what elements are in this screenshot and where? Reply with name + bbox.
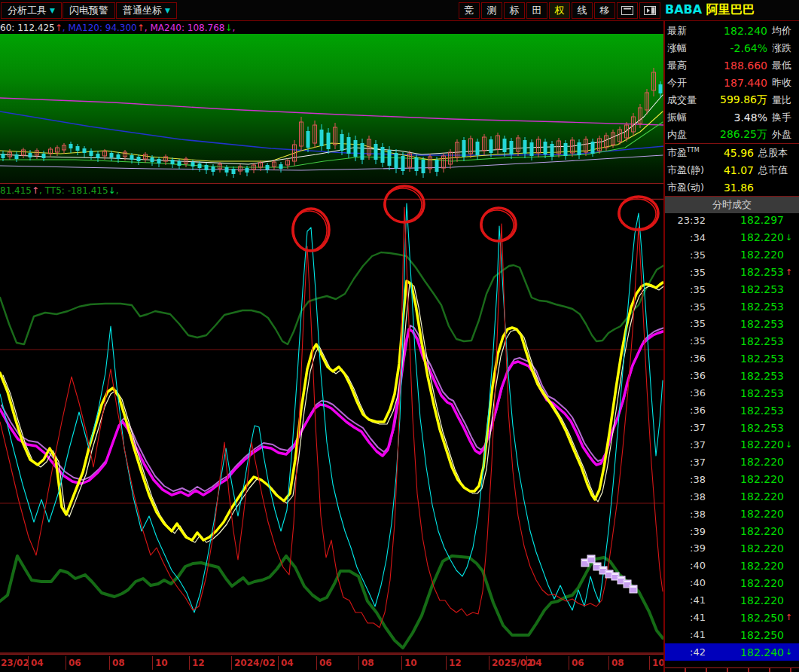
stock-symbol: BABA <box>665 2 702 17</box>
axis-tick-label: 04 <box>28 656 44 670</box>
chevron-down-icon: ▼ <box>50 7 55 14</box>
tape-row[interactable]: :35182.253 <box>665 281 799 298</box>
tool-button-田[interactable]: 田 <box>526 2 547 19</box>
tape-row[interactable]: 23:32182.297 <box>665 212 799 229</box>
strip-value: , TT5: -181.415 <box>39 185 108 196</box>
tape-time: :36 <box>665 405 706 416</box>
tape-time: :37 <box>665 457 706 468</box>
indicator-chart[interactable] <box>0 198 664 654</box>
tool-button-权[interactable]: 权 <box>549 2 570 19</box>
quote-label: 振幅 <box>665 111 710 124</box>
axis-tick-label: 04 <box>526 656 542 670</box>
tape-row[interactable]: :36182.253 <box>665 350 799 367</box>
up-arrow-icon: ↑ <box>32 185 39 196</box>
tape-time: :36 <box>665 353 706 364</box>
tape-time: :37 <box>665 422 706 433</box>
pe-row: 市盈TTM45.96总股本 <box>665 144 799 161</box>
tape-time: :38 <box>665 474 706 485</box>
tool-button-标[interactable]: 标 <box>504 2 525 19</box>
tool-button-竞[interactable]: 竞 <box>459 2 480 19</box>
tool-button-测[interactable]: 测 <box>481 2 502 19</box>
pe-label-sup: TTM <box>687 146 700 153</box>
tape-row[interactable]: :39182.220 <box>665 523 799 540</box>
candlestick-chart[interactable] <box>0 34 664 184</box>
quote-value: -2.64% <box>710 42 767 54</box>
quote-label: 最新 <box>665 24 710 38</box>
tape-price: 182.240 <box>706 646 784 658</box>
tape-time: :36 <box>665 370 706 381</box>
tape-row[interactable]: :37182.220↓ <box>665 436 799 454</box>
pe-label: 市盈(静) <box>665 163 715 177</box>
tape-time: 23:32 <box>665 215 706 226</box>
top-toolbar: 分析工具▼闪电预警普通坐标▼ 竞测标田权线移 BABA 阿里巴巴 <box>0 0 799 21</box>
tape-row[interactable]: :35182.220 <box>665 246 799 264</box>
tape-row[interactable]: :36182.253 <box>665 384 799 402</box>
tape-row[interactable]: :38182.220 <box>665 506 799 523</box>
up-arrow-icon: ↑ <box>784 612 799 622</box>
tape-time: :35 <box>665 284 706 295</box>
tool-button-线[interactable]: 线 <box>572 2 593 19</box>
tape-row[interactable]: :40182.220 <box>665 557 799 574</box>
tool-button-移[interactable]: 移 <box>594 2 615 19</box>
quote-value: 599.86万 <box>710 93 767 107</box>
tape-row[interactable]: :35182.253 <box>665 316 799 333</box>
strip-trailing: , <box>116 185 119 196</box>
tape-price: 182.220 <box>706 542 784 554</box>
tape-time: :34 <box>665 232 706 243</box>
tape-row[interactable]: :35182.253 <box>665 298 799 316</box>
tape-header[interactable]: 分时成交 <box>665 196 799 213</box>
tape-row[interactable]: :36182.253 <box>665 402 799 419</box>
tape-price: 182.253 <box>706 335 784 347</box>
axis-tick-label: 08 <box>358 656 374 670</box>
tape-row[interactable]: :41182.250 <box>665 626 799 643</box>
tape-row[interactable]: :37182.253 <box>665 419 799 436</box>
tape-price: 182.220 <box>706 490 784 502</box>
tape-row[interactable]: :35182.253↑ <box>665 264 799 281</box>
panel-baseline-ticks <box>665 667 799 672</box>
tape-row[interactable]: :42182.240↓ <box>665 643 799 661</box>
tape-row[interactable]: :38182.220 <box>665 488 799 506</box>
quote-label: 今开 <box>665 76 710 90</box>
tape-row[interactable]: :37182.220 <box>665 454 799 471</box>
tape-row[interactable]: :41182.220 <box>665 591 799 609</box>
tape-price: 182.220 <box>706 560 784 572</box>
expand-panel-icon[interactable] <box>639 2 660 19</box>
tape-time: :35 <box>665 267 706 278</box>
pe-value: 45.96 <box>715 147 754 159</box>
up-arrow-icon: ↑ <box>137 23 145 33</box>
tape-row[interactable]: :36182.253 <box>665 367 799 384</box>
chevron-down-icon: ▼ <box>165 7 170 14</box>
up-arrow-icon: ↑ <box>784 267 799 277</box>
menu-2[interactable]: 闪电预警 <box>63 2 115 19</box>
tape-row[interactable]: :35182.253 <box>665 332 799 350</box>
pe-value: 31.86 <box>715 182 754 194</box>
trading-terminal: 分析工具▼闪电预警普通坐标▼ 竞测标田权线移 BABA 阿里巴巴 60: 112… <box>0 0 799 672</box>
tape-time: :39 <box>665 526 706 537</box>
quote-panel: 最新182.240均价涨幅-2.64%涨跌最高188.660最低今开187.44… <box>665 22 799 672</box>
dock-top-icon[interactable] <box>617 2 638 19</box>
quote-row: 成交量599.86万量比 <box>665 91 799 108</box>
up-arrow-icon: ↑ <box>55 23 63 33</box>
down-arrow-icon: ↓ <box>108 185 116 196</box>
tape-time: :37 <box>665 439 706 451</box>
tape-price: 182.250 <box>706 629 784 641</box>
tape-row[interactable]: :39182.220 <box>665 540 799 557</box>
tape-price: 182.220 <box>706 473 784 485</box>
axis-tick-label: 08 <box>109 656 125 670</box>
menu-1[interactable]: 分析工具▼ <box>1 2 62 19</box>
tape-price: 182.220 <box>706 594 784 606</box>
tape-row[interactable]: :41182.250↑ <box>665 609 799 626</box>
menu-3[interactable]: 普通坐标▼ <box>116 2 177 19</box>
quote-label2: 均价 <box>767 24 799 38</box>
tape-price: 182.220 <box>706 231 784 243</box>
tape-row[interactable]: :38182.220 <box>665 471 799 488</box>
tape-row[interactable]: :34182.220↓ <box>665 229 799 246</box>
pe-label: 市盈(动) <box>665 181 715 194</box>
tape-time: :36 <box>665 387 706 399</box>
tape-price: 182.250 <box>706 612 784 624</box>
tape-price: 182.253 <box>706 318 784 330</box>
candlestick-svg <box>0 34 664 183</box>
quote-row: 今开187.440昨收 <box>665 74 799 91</box>
tape-row[interactable]: :40182.220 <box>665 574 799 591</box>
tape-price: 182.253 <box>706 266 784 278</box>
